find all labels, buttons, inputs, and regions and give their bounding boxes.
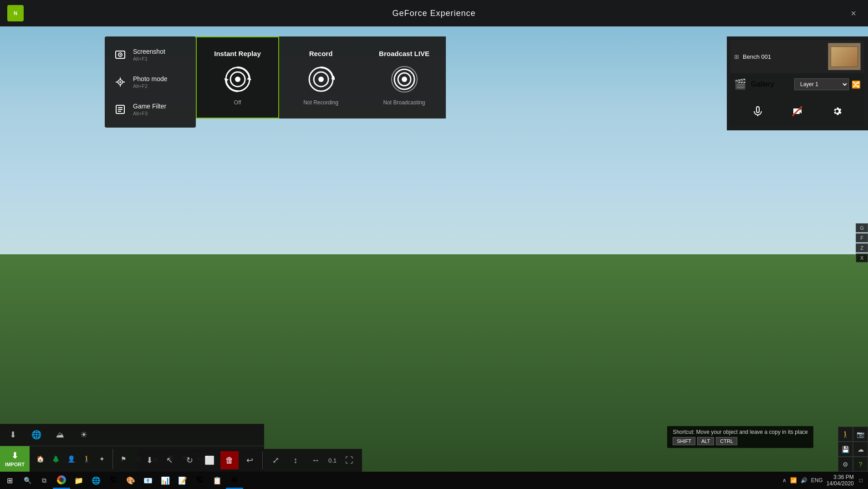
volume-icon: 🔊 [801, 477, 807, 484]
g-key: G [856, 223, 868, 232]
photo-shortcut: Alt+F2 [133, 83, 168, 89]
gallery-label[interactable]: Gallery [751, 80, 774, 88]
feature-cards: Instant Replay Off Record [196, 36, 446, 128]
left-menu: Screenshot Alt+F1 Photo mode Alt+F2 Ga [105, 36, 196, 128]
lumion-agent-app[interactable]: 🏗 [105, 472, 122, 489]
instant-replay-icon [223, 65, 252, 94]
import-label: IMPORT [5, 462, 25, 467]
light-btn[interactable]: ☀ [77, 427, 91, 442]
broadcast-title: Broadcast LIVE [379, 50, 429, 57]
network-icon: 📶 [790, 477, 797, 484]
tool-people[interactable]: 👤 [64, 452, 78, 466]
rb-question-btn[interactable]: ? [853, 457, 868, 472]
lumionpro-icon: 🏛 [231, 476, 238, 484]
rb-settings-btn[interactable]: ⚙ [838, 457, 853, 472]
svg-marker-10 [224, 78, 229, 82]
gallery-row: 🎬 Gallery Layer 1 🔀 [730, 74, 864, 95]
hide-systray[interactable]: ∧ [782, 477, 786, 484]
delete-btn[interactable]: 🗑 [220, 451, 239, 469]
menu-item-filter[interactable]: Game Filter Alt+F3 [105, 96, 196, 123]
close-button[interactable]: × [846, 6, 861, 21]
rb-camera-btn[interactable]: 📷 [853, 427, 868, 442]
menu-item-screenshot[interactable]: Screenshot Alt+F1 [105, 41, 196, 68]
value-label: 0.1 [327, 457, 338, 464]
taskmanager-icon: 📋 [213, 476, 222, 485]
height-btn[interactable]: ↕ [286, 451, 305, 469]
word-app[interactable]: 📝 [174, 472, 191, 489]
lumion-purchases-app[interactable]: 🌐 [87, 472, 105, 489]
shortcut-tooltip: Shortcut: Move your object and leave a c… [667, 426, 813, 448]
rb-person-btn[interactable]: 🚶 [838, 427, 853, 442]
rb-row-2: 💾 ☁ [838, 442, 868, 457]
tool-trees[interactable]: 🌲 [49, 452, 62, 466]
globe-btn[interactable]: 🌐 [29, 427, 44, 442]
broadcast-card[interactable]: Broadcast LIVE Not Broadcasting [363, 36, 446, 118]
bench-panel: ⊞ Bench 001 🎬 Gallery Layer 1 🔀 [727, 36, 868, 130]
record-status: Not Recording [303, 99, 338, 106]
import-icon: ⬇ [11, 451, 18, 461]
svg-marker-9 [247, 77, 251, 80]
settings-button[interactable] [827, 101, 847, 121]
paint3d-app[interactable]: 🎨 [122, 472, 139, 489]
start-button[interactable]: ⊞ [0, 472, 19, 489]
rotate-btn[interactable]: ↻ [180, 451, 199, 469]
screenshot-shortcut: Alt+F1 [133, 56, 165, 62]
undo-btn[interactable]: ↩ [240, 451, 259, 469]
app-title: GeForce Experience [392, 9, 475, 18]
taskview-button[interactable]: ⧉ [36, 472, 53, 489]
import-button[interactable]: ⬇ IMPORT [0, 446, 30, 472]
geforce-overlay: N GeForce Experience × Screenshot Alt+F1 [0, 0, 868, 489]
screenshot-label: Screenshot [133, 48, 165, 55]
tool-buildings[interactable]: 🏠 [33, 452, 47, 466]
tool-walk[interactable]: 🚶 [80, 452, 93, 466]
tool-star[interactable]: ✦ [95, 452, 109, 466]
paint3d-icon: 🎨 [126, 476, 135, 485]
tool-flag[interactable]: ⚑ [117, 452, 130, 466]
outlook-icon: 📧 [143, 476, 153, 485]
layer-dropdown[interactable]: Layer 1 [794, 78, 849, 90]
download-btn[interactable]: ⬇ [5, 427, 20, 442]
cursor-btn[interactable]: ↖ [160, 451, 179, 469]
excel-app[interactable]: 📊 [157, 472, 174, 489]
shift-key: SHIFT [673, 437, 695, 445]
cam-button[interactable] [787, 101, 807, 121]
lumionpro-app[interactable]: 🏛 [226, 472, 243, 489]
menu-item-photo[interactable]: Photo mode Alt+F2 [105, 68, 196, 96]
taskbar-right: ∧ 📶 🔊 ENG 3:36 PM 14/04/2020 □ [782, 474, 868, 487]
record-card[interactable]: Record Not Recording [279, 36, 363, 118]
fullscreen-btn[interactable]: ⛶ [340, 451, 358, 469]
instant-replay-card[interactable]: Instant Replay Off [196, 36, 279, 118]
photo-text: Photo mode Alt+F2 [133, 75, 168, 89]
move-arrows-btn[interactable]: ⤢ [266, 451, 285, 469]
rb-cloud-btn[interactable]: ☁ [853, 442, 868, 457]
bench-thumbnail [828, 43, 861, 70]
shortcut-keys: SHIFT ALT CTRL [673, 437, 808, 445]
svg-point-8 [235, 77, 240, 82]
right-panel: ⊞ Bench 001 🎬 Gallery Layer 1 🔀 [727, 36, 868, 130]
search-button[interactable]: 🔍 [19, 472, 36, 489]
record-icon [306, 65, 336, 94]
f-key: F [856, 233, 868, 242]
svg-point-15 [402, 77, 407, 82]
rb-row-3: ⚙ ? [838, 457, 868, 472]
select-btn[interactable]: ⬜ [200, 451, 219, 469]
resize-btn[interactable]: ↔ [306, 451, 325, 469]
lumion-agent-icon: 🏗 [110, 476, 117, 484]
move-down-btn[interactable]: ⬇ [140, 451, 158, 469]
outlook-app[interactable]: 📧 [139, 472, 157, 489]
bench-name: Bench 001 [743, 53, 771, 60]
taskmanager-app[interactable]: 📋 [209, 472, 226, 489]
filter-icon [113, 102, 128, 117]
lumion2-app[interactable]: 🏗 [191, 472, 209, 489]
excel-icon: 📊 [161, 476, 170, 485]
rb-save-btn[interactable]: 💾 [838, 442, 853, 457]
desktop-btn[interactable]: □ [858, 477, 864, 484]
svg-point-4 [119, 81, 121, 83]
broadcast-status: Not Broadcasting [383, 99, 425, 106]
mic-button[interactable] [748, 101, 768, 121]
tools-row [730, 96, 864, 127]
explorer-app[interactable]: 📁 [70, 472, 87, 489]
chrome-app[interactable] [53, 472, 70, 489]
ctrl-key: CTRL [716, 437, 737, 445]
terrain-btn[interactable]: ⛰ [53, 427, 67, 442]
